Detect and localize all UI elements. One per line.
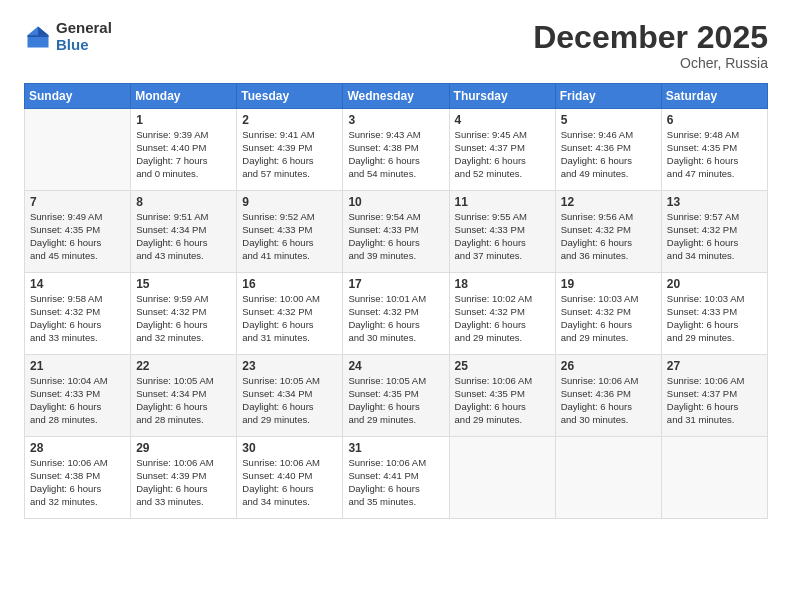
calendar-cell: 11Sunrise: 9:55 AM Sunset: 4:33 PM Dayli… xyxy=(449,191,555,273)
calendar-header-monday: Monday xyxy=(131,84,237,109)
day-info: Sunrise: 9:59 AM Sunset: 4:32 PM Dayligh… xyxy=(136,293,231,344)
calendar-cell: 10Sunrise: 9:54 AM Sunset: 4:33 PM Dayli… xyxy=(343,191,449,273)
calendar-cell: 31Sunrise: 10:06 AM Sunset: 4:41 PM Dayl… xyxy=(343,437,449,519)
day-number: 20 xyxy=(667,277,762,291)
day-number: 19 xyxy=(561,277,656,291)
day-number: 25 xyxy=(455,359,550,373)
day-number: 15 xyxy=(136,277,231,291)
day-info: Sunrise: 9:39 AM Sunset: 4:40 PM Dayligh… xyxy=(136,129,231,180)
calendar-cell: 24Sunrise: 10:05 AM Sunset: 4:35 PM Dayl… xyxy=(343,355,449,437)
day-number: 1 xyxy=(136,113,231,127)
day-info: Sunrise: 10:06 AM Sunset: 4:41 PM Daylig… xyxy=(348,457,443,508)
calendar-cell: 7Sunrise: 9:49 AM Sunset: 4:35 PM Daylig… xyxy=(25,191,131,273)
day-info: Sunrise: 9:48 AM Sunset: 4:35 PM Dayligh… xyxy=(667,129,762,180)
calendar-cell: 2Sunrise: 9:41 AM Sunset: 4:39 PM Daylig… xyxy=(237,109,343,191)
day-number: 28 xyxy=(30,441,125,455)
calendar-cell xyxy=(449,437,555,519)
day-info: Sunrise: 10:01 AM Sunset: 4:32 PM Daylig… xyxy=(348,293,443,344)
calendar-week-row: 14Sunrise: 9:58 AM Sunset: 4:32 PM Dayli… xyxy=(25,273,768,355)
calendar-cell: 27Sunrise: 10:06 AM Sunset: 4:37 PM Dayl… xyxy=(661,355,767,437)
svg-marker-1 xyxy=(38,26,49,35)
calendar-cell: 18Sunrise: 10:02 AM Sunset: 4:32 PM Dayl… xyxy=(449,273,555,355)
logo-blue-text: Blue xyxy=(56,37,112,54)
day-number: 7 xyxy=(30,195,125,209)
day-number: 31 xyxy=(348,441,443,455)
calendar-cell: 20Sunrise: 10:03 AM Sunset: 4:33 PM Dayl… xyxy=(661,273,767,355)
calendar-week-row: 28Sunrise: 10:06 AM Sunset: 4:38 PM Dayl… xyxy=(25,437,768,519)
calendar-cell: 16Sunrise: 10:00 AM Sunset: 4:32 PM Dayl… xyxy=(237,273,343,355)
day-number: 13 xyxy=(667,195,762,209)
day-info: Sunrise: 10:06 AM Sunset: 4:38 PM Daylig… xyxy=(30,457,125,508)
day-number: 24 xyxy=(348,359,443,373)
day-number: 6 xyxy=(667,113,762,127)
calendar-cell xyxy=(555,437,661,519)
calendar-cell: 19Sunrise: 10:03 AM Sunset: 4:32 PM Dayl… xyxy=(555,273,661,355)
day-number: 14 xyxy=(30,277,125,291)
day-number: 29 xyxy=(136,441,231,455)
day-info: Sunrise: 9:45 AM Sunset: 4:37 PM Dayligh… xyxy=(455,129,550,180)
day-number: 9 xyxy=(242,195,337,209)
day-number: 16 xyxy=(242,277,337,291)
day-info: Sunrise: 10:04 AM Sunset: 4:33 PM Daylig… xyxy=(30,375,125,426)
main-title: December 2025 xyxy=(533,20,768,55)
calendar-cell: 3Sunrise: 9:43 AM Sunset: 4:38 PM Daylig… xyxy=(343,109,449,191)
calendar-cell: 12Sunrise: 9:56 AM Sunset: 4:32 PM Dayli… xyxy=(555,191,661,273)
day-number: 17 xyxy=(348,277,443,291)
calendar-cell: 8Sunrise: 9:51 AM Sunset: 4:34 PM Daylig… xyxy=(131,191,237,273)
day-number: 21 xyxy=(30,359,125,373)
day-info: Sunrise: 9:57 AM Sunset: 4:32 PM Dayligh… xyxy=(667,211,762,262)
calendar-cell: 13Sunrise: 9:57 AM Sunset: 4:32 PM Dayli… xyxy=(661,191,767,273)
day-info: Sunrise: 10:03 AM Sunset: 4:33 PM Daylig… xyxy=(667,293,762,344)
day-number: 11 xyxy=(455,195,550,209)
calendar-cell xyxy=(661,437,767,519)
day-number: 30 xyxy=(242,441,337,455)
day-number: 8 xyxy=(136,195,231,209)
day-number: 27 xyxy=(667,359,762,373)
day-info: Sunrise: 9:54 AM Sunset: 4:33 PM Dayligh… xyxy=(348,211,443,262)
day-info: Sunrise: 9:41 AM Sunset: 4:39 PM Dayligh… xyxy=(242,129,337,180)
day-info: Sunrise: 10:03 AM Sunset: 4:32 PM Daylig… xyxy=(561,293,656,344)
calendar-cell: 6Sunrise: 9:48 AM Sunset: 4:35 PM Daylig… xyxy=(661,109,767,191)
calendar-week-row: 7Sunrise: 9:49 AM Sunset: 4:35 PM Daylig… xyxy=(25,191,768,273)
day-info: Sunrise: 9:46 AM Sunset: 4:36 PM Dayligh… xyxy=(561,129,656,180)
day-info: Sunrise: 10:06 AM Sunset: 4:39 PM Daylig… xyxy=(136,457,231,508)
calendar-cell: 5Sunrise: 9:46 AM Sunset: 4:36 PM Daylig… xyxy=(555,109,661,191)
calendar-cell: 22Sunrise: 10:05 AM Sunset: 4:34 PM Dayl… xyxy=(131,355,237,437)
page: General Blue December 2025 Ocher, Russia… xyxy=(0,0,792,612)
day-number: 23 xyxy=(242,359,337,373)
calendar-header-tuesday: Tuesday xyxy=(237,84,343,109)
day-info: Sunrise: 10:05 AM Sunset: 4:34 PM Daylig… xyxy=(242,375,337,426)
calendar-cell: 30Sunrise: 10:06 AM Sunset: 4:40 PM Dayl… xyxy=(237,437,343,519)
calendar-header-saturday: Saturday xyxy=(661,84,767,109)
calendar-header-sunday: Sunday xyxy=(25,84,131,109)
calendar-cell: 14Sunrise: 9:58 AM Sunset: 4:32 PM Dayli… xyxy=(25,273,131,355)
day-number: 2 xyxy=(242,113,337,127)
calendar-cell: 17Sunrise: 10:01 AM Sunset: 4:32 PM Dayl… xyxy=(343,273,449,355)
day-number: 3 xyxy=(348,113,443,127)
calendar-cell: 23Sunrise: 10:05 AM Sunset: 4:34 PM Dayl… xyxy=(237,355,343,437)
day-info: Sunrise: 9:56 AM Sunset: 4:32 PM Dayligh… xyxy=(561,211,656,262)
calendar-cell: 15Sunrise: 9:59 AM Sunset: 4:32 PM Dayli… xyxy=(131,273,237,355)
day-info: Sunrise: 10:02 AM Sunset: 4:32 PM Daylig… xyxy=(455,293,550,344)
calendar-cell: 28Sunrise: 10:06 AM Sunset: 4:38 PM Dayl… xyxy=(25,437,131,519)
logo-text: General Blue xyxy=(56,20,112,53)
day-number: 12 xyxy=(561,195,656,209)
logo: General Blue xyxy=(24,20,112,53)
calendar-cell: 9Sunrise: 9:52 AM Sunset: 4:33 PM Daylig… xyxy=(237,191,343,273)
calendar-header-friday: Friday xyxy=(555,84,661,109)
calendar-cell: 25Sunrise: 10:06 AM Sunset: 4:35 PM Dayl… xyxy=(449,355,555,437)
title-block: December 2025 Ocher, Russia xyxy=(533,20,768,71)
calendar-cell: 1Sunrise: 9:39 AM Sunset: 4:40 PM Daylig… xyxy=(131,109,237,191)
day-info: Sunrise: 10:05 AM Sunset: 4:35 PM Daylig… xyxy=(348,375,443,426)
day-number: 26 xyxy=(561,359,656,373)
calendar-header-wednesday: Wednesday xyxy=(343,84,449,109)
calendar-week-row: 1Sunrise: 9:39 AM Sunset: 4:40 PM Daylig… xyxy=(25,109,768,191)
calendar-header-thursday: Thursday xyxy=(449,84,555,109)
day-info: Sunrise: 10:05 AM Sunset: 4:34 PM Daylig… xyxy=(136,375,231,426)
day-info: Sunrise: 10:06 AM Sunset: 4:40 PM Daylig… xyxy=(242,457,337,508)
calendar-header-row: SundayMondayTuesdayWednesdayThursdayFrid… xyxy=(25,84,768,109)
day-info: Sunrise: 10:00 AM Sunset: 4:32 PM Daylig… xyxy=(242,293,337,344)
subtitle: Ocher, Russia xyxy=(533,55,768,71)
day-info: Sunrise: 9:55 AM Sunset: 4:33 PM Dayligh… xyxy=(455,211,550,262)
day-info: Sunrise: 9:49 AM Sunset: 4:35 PM Dayligh… xyxy=(30,211,125,262)
